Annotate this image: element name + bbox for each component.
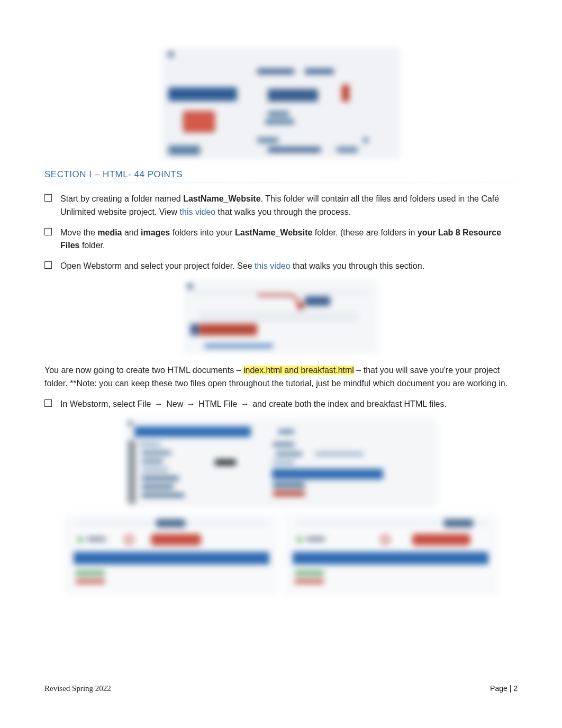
footer-revised: Revised Spring 2022 bbox=[44, 684, 111, 693]
text: that walks you through the process. bbox=[215, 207, 351, 216]
checkbox-icon bbox=[44, 228, 52, 235]
bold-text: LastName_Website bbox=[183, 194, 260, 203]
bold-text: images bbox=[141, 228, 170, 237]
screenshot-image-3 bbox=[125, 418, 437, 508]
video-link[interactable]: this video bbox=[180, 207, 216, 216]
screenshot-image-2 bbox=[183, 280, 379, 354]
text: Open Webstorm and select your project fo… bbox=[60, 261, 255, 270]
text: You are now going to create two HTML doc… bbox=[44, 366, 243, 375]
text: Start by creating a folder named bbox=[60, 194, 183, 203]
item-text: In Webstorm, select File → New → HTML Fi… bbox=[60, 398, 518, 411]
arrow-icon: → bbox=[155, 398, 163, 411]
screenshot-image-1 bbox=[162, 48, 400, 159]
paragraph: You are now going to create two HTML doc… bbox=[44, 364, 518, 390]
highlighted-text: index.html and breakfast.html bbox=[243, 366, 354, 375]
checklist-item-4: In Webstorm, select File → New → HTML Fi… bbox=[44, 398, 518, 411]
text: New bbox=[164, 399, 186, 408]
footer: Revised Spring 2022 Page | 2 bbox=[44, 684, 518, 693]
text: that walks you through this section. bbox=[291, 261, 424, 270]
video-link[interactable]: this video bbox=[255, 261, 291, 270]
text: and create both the index and breakfast … bbox=[250, 399, 447, 408]
text: folder. bbox=[79, 241, 105, 250]
item-text: Open Webstorm and select your project fo… bbox=[60, 260, 518, 273]
item-text: Move the media and images folders into y… bbox=[60, 226, 518, 253]
screenshot-row bbox=[44, 515, 518, 595]
text: Move the bbox=[60, 228, 97, 237]
screenshot-image-4a bbox=[66, 515, 277, 595]
text: folder. (these are folders in bbox=[312, 228, 417, 237]
text: In Webstorm, select File bbox=[60, 399, 153, 408]
checklist-item-1: Start by creating a folder named LastNam… bbox=[44, 193, 518, 219]
text: HTML File bbox=[196, 399, 240, 408]
screenshot-image-4b bbox=[285, 515, 496, 595]
arrow-icon: → bbox=[241, 398, 249, 411]
section-underline bbox=[44, 182, 518, 183]
text: and bbox=[122, 228, 141, 237]
checkbox-icon bbox=[44, 194, 52, 202]
checklist-item-3: Open Webstorm and select your project fo… bbox=[44, 260, 518, 273]
item-text: Start by creating a folder named LastNam… bbox=[60, 193, 518, 219]
text: folders into your bbox=[170, 228, 235, 237]
checklist-item-2: Move the media and images folders into y… bbox=[44, 226, 518, 253]
bold-text: media bbox=[97, 228, 122, 237]
footer-page: Page | 2 bbox=[490, 684, 518, 693]
checkbox-icon bbox=[44, 399, 52, 407]
bold-text: LastName_Website bbox=[235, 228, 312, 237]
arrow-icon: → bbox=[187, 398, 195, 411]
checkbox-icon bbox=[44, 261, 52, 269]
section-title: SECTION I – HTML- 44 POINTS bbox=[44, 169, 518, 180]
